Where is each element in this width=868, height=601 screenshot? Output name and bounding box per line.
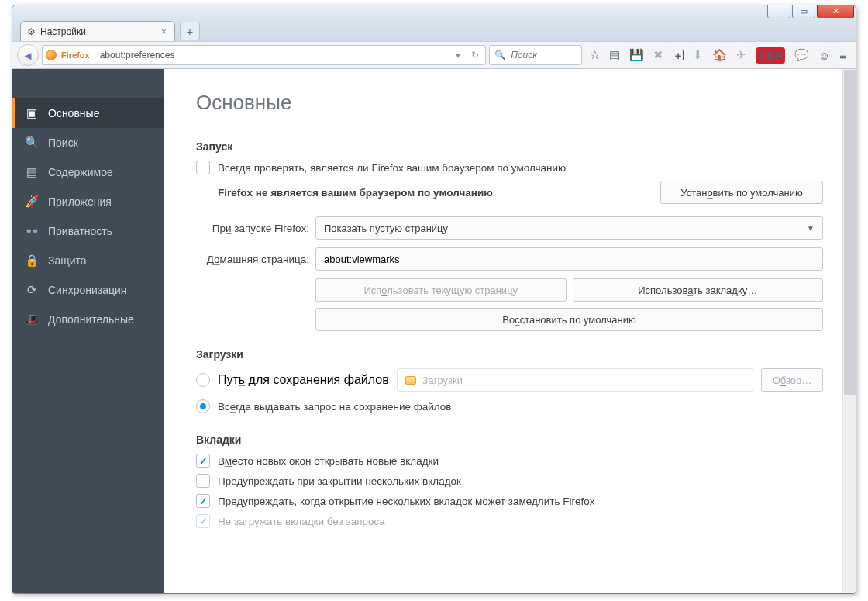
download-path-value: Загрузки (422, 375, 463, 386)
window-minimize-button[interactable]: — (767, 5, 790, 19)
tab-title: Настройки (40, 26, 86, 37)
browser-tab[interactable]: ⚙ Настройки × (20, 21, 175, 41)
homepage-label: Домашняя страница: (196, 254, 309, 265)
restore-default-button[interactable]: Восстановить по умолчанию (315, 308, 823, 331)
dont-load-checkbox[interactable] (196, 514, 210, 528)
sidebar-item-label: Защита (48, 254, 87, 267)
dropdown-icon[interactable]: ▾ (453, 50, 463, 60)
url-bar[interactable]: Firefox about:preferences ▾ ↻ (42, 45, 486, 65)
sidebar-item-advanced[interactable]: 🎩 Дополнительные (12, 305, 164, 334)
bookmark-star-icon[interactable]: ☆ (590, 48, 600, 62)
url-text: about:preferences (100, 50, 449, 60)
sidebar-item-label: Содержимое (48, 166, 113, 178)
wizard-hat-icon: 🎩 (25, 313, 39, 326)
restore-default-row: Восстановить по умолчанию (315, 308, 823, 331)
warn-slow-row[interactable]: Предупреждать, когда открытие нескольких… (196, 494, 823, 508)
addon-plus-icon[interactable]: + (673, 49, 684, 62)
preferences-main: Основные Запуск Всегда проверять, являет… (164, 69, 856, 593)
homepage-row: Домашняя страница: (196, 247, 823, 271)
chevron-down-icon: ▼ (807, 224, 815, 233)
warn-slow-label: Предупреждать, когда открытие нескольких… (218, 496, 594, 507)
downloads-heading: Загрузки (196, 348, 823, 361)
dont-load-label: Не загружать вкладки без запроса (218, 516, 385, 527)
search-bar[interactable]: 🔍 (489, 45, 582, 65)
url-brand: Firefox (61, 50, 90, 60)
warn-close-label: Предупреждать при закрытии нескольких вк… (218, 475, 461, 487)
scroll-thumb[interactable] (844, 70, 856, 395)
save-to-row[interactable]: Путь для сохранения файлов Загрузки Обзо… (196, 368, 823, 392)
open-in-tabs-row[interactable]: Вместо новых окон открывать новые вкладк… (196, 454, 823, 468)
divider (196, 123, 823, 123)
always-ask-row[interactable]: Всегда выдавать запрос на сохранение фай… (196, 399, 823, 413)
search-icon: 🔍 (25, 136, 39, 150)
content-area: ▣ Основные 🔍 Поиск ▤ Содержимое 🚀 Прилож… (12, 69, 856, 593)
save-icon[interactable]: 💾 (629, 48, 644, 62)
chat-icon[interactable]: 💬 (794, 48, 809, 62)
open-in-tabs-checkbox[interactable] (196, 454, 210, 468)
default-browser-status: Firefox не является вашим браузером по у… (218, 187, 651, 199)
gear-icon: ⚙ (27, 26, 36, 37)
reload-button[interactable]: ↻ (468, 50, 482, 60)
folder-icon (405, 376, 416, 385)
reader-icon[interactable]: ▤ (609, 48, 620, 62)
download-icon[interactable]: ⬇ (693, 48, 703, 62)
lock-icon: 🔒 (25, 254, 39, 268)
homepage-btn-row: Использовать текущую страницу Использова… (315, 278, 823, 302)
on-startup-value: Показать пустую страницу (324, 223, 448, 234)
page-title: Основные (196, 91, 823, 115)
separator (95, 49, 95, 61)
rocket-icon: 🚀 (25, 195, 39, 209)
new-tab-button[interactable]: + (180, 22, 200, 40)
scrollbar[interactable] (842, 69, 856, 593)
mask-icon: 👓 (25, 224, 39, 238)
sidebar-item-sync[interactable]: ⟳ Синхронизация (12, 275, 164, 305)
always-ask-label: Всегда выдавать запрос на сохранение фай… (218, 401, 452, 413)
sidebar-item-security[interactable]: 🔒 Защита (12, 246, 164, 275)
use-current-page-button[interactable]: Использовать текущую страницу (315, 278, 567, 302)
titlebar: — ▭ ✕ (12, 5, 856, 18)
tab-close-button[interactable]: × (159, 26, 168, 37)
always-check-checkbox[interactable] (196, 161, 210, 174)
open-in-tabs-label: Вместо новых окон открывать новые вкладк… (218, 455, 439, 467)
abp-icon[interactable]: ABP (756, 49, 785, 62)
always-check-row[interactable]: Всегда проверять, является ли Firefox ва… (196, 161, 823, 174)
browse-button[interactable]: Обзор… (761, 368, 823, 392)
search-input[interactable] (511, 50, 573, 60)
sidebar-item-label: Основные (48, 107, 99, 119)
on-startup-row: При запуске Firefox: Показать пустую стр… (196, 216, 823, 240)
send-icon[interactable]: ✈ (736, 48, 746, 62)
home-icon[interactable]: 🏠 (712, 48, 727, 62)
face-icon[interactable]: ☺ (818, 49, 830, 62)
sidebar-item-general[interactable]: ▣ Основные (12, 98, 164, 128)
startup-heading: Запуск (196, 140, 823, 153)
window-maximize-button[interactable]: ▭ (792, 5, 815, 19)
preferences-sidebar: ▣ Основные 🔍 Поиск ▤ Содержимое 🚀 Прилож… (12, 69, 164, 593)
homepage-input[interactable] (324, 254, 815, 265)
homepage-input-wrap[interactable] (315, 247, 823, 271)
save-to-label: Путь для сохранения файлов (218, 373, 389, 387)
dont-load-row[interactable]: Не загружать вкладки без запроса (196, 514, 823, 528)
toolbar-icons: ☆ ▤ 💾 ✖ + ⬇ 🏠 ✈ ABP 💬 ☺ ≡ (585, 48, 851, 62)
sidebar-item-privacy[interactable]: 👓 Приватность (12, 216, 164, 246)
always-check-label: Всегда проверять, является ли Firefox ва… (218, 162, 566, 174)
save-to-radio[interactable] (196, 373, 210, 387)
warn-close-row[interactable]: Предупреждать при закрытии нескольких вк… (196, 474, 823, 488)
warn-close-checkbox[interactable] (196, 474, 210, 488)
sidebar-item-applications[interactable]: 🚀 Приложения (12, 187, 164, 216)
sidebar-item-content[interactable]: ▤ Содержимое (12, 157, 164, 187)
sidebar-item-label: Дополнительные (48, 313, 134, 326)
menu-button[interactable]: ≡ (839, 49, 846, 62)
window-close-button[interactable]: ✕ (817, 5, 854, 19)
on-startup-label: При запуске Firefox: (196, 223, 309, 234)
sidebar-item-search[interactable]: 🔍 Поиск (12, 128, 164, 157)
use-bookmark-button[interactable]: Использовать закладку… (573, 278, 824, 302)
set-default-button[interactable]: Установить по умолчанию (660, 181, 823, 204)
stop-icon[interactable]: ✖ (653, 48, 663, 62)
sidebar-item-label: Приватность (48, 225, 112, 237)
always-ask-radio[interactable] (196, 399, 210, 413)
sidebar-item-label: Поиск (48, 136, 78, 149)
warn-slow-checkbox[interactable] (196, 494, 210, 508)
on-startup-select[interactable]: Показать пустую страницу ▼ (315, 216, 823, 240)
default-browser-status-row: Firefox не является вашим браузером по у… (218, 181, 823, 204)
back-button[interactable]: ◄ (17, 44, 39, 66)
